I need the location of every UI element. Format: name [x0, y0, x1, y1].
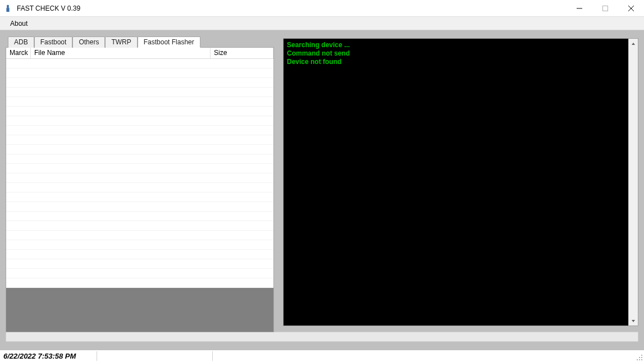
- client-area: ADB Fastboot Others TWRP Fastboot Flashe…: [0, 30, 644, 350]
- table-row: [6, 231, 273, 240]
- svg-rect-3: [603, 6, 608, 11]
- tab-adb[interactable]: ADB: [8, 36, 34, 48]
- table-row: [6, 250, 273, 259]
- table-row: [6, 221, 273, 231]
- grid-footer: [6, 288, 273, 332]
- column-file-name[interactable]: File Name: [31, 48, 211, 58]
- table-row: [6, 116, 273, 126]
- tab-fastboot[interactable]: Fastboot: [34, 36, 73, 48]
- window-controls: [567, 0, 644, 16]
- table-row: [6, 259, 273, 269]
- console-panel: Searching device ... Command not send De…: [283, 38, 638, 326]
- table-row: [6, 88, 273, 97]
- menu-bar: About: [0, 17, 644, 30]
- console-line: Device not found: [287, 58, 625, 66]
- menu-about[interactable]: About: [7, 19, 31, 29]
- table-row: [6, 278, 273, 288]
- tab-others[interactable]: Others: [72, 36, 105, 48]
- svg-rect-1: [6, 8, 9, 12]
- table-row: [6, 59, 273, 68]
- svg-point-9: [639, 357, 640, 358]
- table-row: [6, 193, 273, 202]
- grid-body[interactable]: [6, 59, 273, 288]
- svg-point-12: [639, 359, 640, 360]
- column-size[interactable]: Size: [211, 48, 273, 58]
- table-row: [6, 97, 273, 107]
- app-icon: [3, 4, 12, 13]
- table-row: [6, 68, 273, 78]
- table-row: [6, 164, 273, 173]
- left-panel: ADB Fastboot Others TWRP Fastboot Flashe…: [6, 36, 274, 326]
- window-title: FAST CHECK V 0.39: [17, 4, 80, 12]
- table-row: [6, 202, 273, 212]
- table-row: [6, 269, 273, 278]
- tab-strip: ADB Fastboot Others TWRP Fastboot Flashe…: [6, 36, 274, 47]
- console-scrollbar[interactable]: [628, 39, 638, 326]
- table-row: [6, 173, 273, 183]
- scroll-up-icon[interactable]: [629, 39, 638, 48]
- console-output[interactable]: Searching device ... Command not send De…: [284, 39, 628, 326]
- minimize-button[interactable]: [567, 0, 592, 16]
- tab-twrp[interactable]: TWRP: [105, 36, 137, 48]
- svg-marker-7: [632, 320, 635, 322]
- status-bar: 6/22/2022 7:53:58 PM: [0, 350, 644, 362]
- table-row: [6, 78, 273, 88]
- console-line: Command not send: [287, 49, 625, 58]
- table-row: [6, 107, 273, 116]
- table-row: [6, 154, 273, 164]
- tab-fastboot-flasher[interactable]: Fastboot Flasher: [138, 36, 200, 48]
- console-line: Searching device ...: [287, 41, 625, 49]
- maximize-button: [592, 0, 618, 16]
- svg-point-10: [641, 357, 642, 358]
- close-button[interactable]: [618, 0, 644, 16]
- svg-point-13: [641, 359, 642, 360]
- status-separator: [97, 351, 97, 361]
- table-row: [6, 183, 273, 193]
- table-row: [6, 240, 273, 250]
- svg-rect-0: [7, 4, 9, 7]
- scroll-down-icon[interactable]: [629, 316, 638, 326]
- status-separator: [212, 351, 213, 361]
- tab-body-fastboot-flasher: Marck File Name Size: [6, 47, 274, 332]
- table-row: [6, 145, 273, 154]
- column-marck[interactable]: Marck: [6, 48, 31, 58]
- table-row: [6, 135, 273, 145]
- svg-marker-6: [632, 43, 635, 45]
- table-row: [6, 126, 273, 135]
- svg-point-8: [641, 355, 642, 356]
- status-datetime: 6/22/2022 7:53:58 PM: [3, 352, 76, 360]
- table-row: [6, 212, 273, 221]
- grid-header: Marck File Name Size: [6, 48, 273, 59]
- title-bar: FAST CHECK V 0.39: [0, 0, 644, 17]
- progress-bar: [6, 332, 638, 342]
- svg-point-11: [637, 359, 638, 360]
- resize-grip-icon[interactable]: [636, 354, 643, 361]
